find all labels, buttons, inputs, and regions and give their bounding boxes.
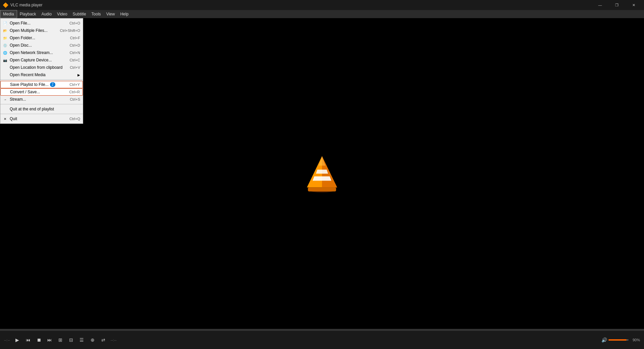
time-remaining: --:-- (111, 338, 117, 342)
save-playlist-icon (3, 82, 8, 87)
open-disc-shortcut: Ctrl+D (70, 43, 80, 47)
titlebar-title: VLC media player (10, 3, 42, 7)
separator-1 (0, 80, 83, 80)
vlc-logo (305, 156, 339, 194)
open-multiple-label: Open Multiple Files... (10, 28, 48, 33)
open-location-label: Open Location from clipboard (10, 65, 62, 70)
save-playlist-shortcut: Ctrl+Y (69, 83, 80, 87)
menu-item-subtitle[interactable]: Subtitle (70, 10, 89, 18)
convert-save-label: Convert / Save... (10, 90, 40, 94)
capture-icon: 📷 (2, 57, 8, 63)
menu-item-video[interactable]: Video (54, 10, 70, 18)
folder-icon: 📁 (2, 35, 8, 41)
prev-button[interactable]: ⏮ (23, 335, 33, 345)
clipboard-icon (2, 65, 8, 70)
menu-item-media[interactable]: Media (0, 10, 17, 18)
submenu-arrow-icon: ▶ (77, 73, 80, 77)
menu-convert-save[interactable]: Convert / Save... Ctrl+R (0, 88, 83, 96)
frame-button[interactable]: ⊞ (56, 335, 65, 345)
menu-stream[interactable]: → Stream... Ctrl+S (0, 96, 83, 103)
stop-button[interactable]: ⏹ (34, 335, 44, 345)
save-playlist-badge: 2 (50, 82, 55, 87)
menu-item-audio[interactable]: Audio (39, 10, 54, 18)
save-playlist-label: Save Playlist to File... (10, 82, 49, 87)
next-button[interactable]: ⏭ (45, 335, 54, 345)
menu-quit-end[interactable]: Quit at the end of playlist (0, 105, 83, 113)
open-network-label: Open Network Stream... (10, 50, 53, 55)
network-icon: 🌐 (2, 50, 8, 55)
stream-icon: → (2, 97, 8, 102)
separator-2 (0, 104, 83, 104)
open-file-shortcut: Ctrl+O (69, 21, 80, 25)
quit-end-label: Quit at the end of playlist (10, 107, 54, 111)
stream-label: Stream... (10, 97, 26, 102)
play-button[interactable]: ▶ (13, 335, 22, 345)
menu-save-playlist[interactable]: Save Playlist to File... 2 Ctrl+Y (0, 81, 83, 88)
menu-open-folder[interactable]: 📁 Open Folder... Ctrl+F (0, 34, 83, 42)
menu-open-location[interactable]: Open Location from clipboard Ctrl+V (0, 64, 83, 71)
menu-item-playback[interactable]: Playback (17, 10, 39, 18)
ext-button[interactable]: ⊕ (88, 335, 97, 345)
open-network-shortcut: Ctrl+N (70, 51, 80, 55)
media-dropdown: 📄 Open File... Ctrl+O 📂 Open Multiple Fi… (0, 18, 83, 124)
menubar: Media Playback Audio Video Subtitle Tool… (0, 10, 644, 18)
menu-item-help[interactable]: Help (117, 10, 131, 18)
volume-fill (608, 339, 627, 341)
open-location-shortcut: Ctrl+V (70, 65, 80, 69)
separator-3 (0, 114, 83, 114)
recent-icon (2, 72, 8, 78)
toggle-button[interactable]: ⊟ (66, 335, 76, 345)
menu-open-capture[interactable]: 📷 Open Capture Device... Ctrl+C (0, 56, 83, 64)
multiple-files-icon: 📂 (2, 28, 8, 33)
minimize-button[interactable]: — (592, 0, 608, 10)
menu-item-view[interactable]: View (104, 10, 118, 18)
menu-open-file[interactable]: 📄 Open File... Ctrl+O (0, 19, 83, 27)
open-folder-label: Open Folder... (10, 36, 35, 40)
quit-end-icon (2, 106, 8, 112)
volume-label: 90% (630, 338, 640, 342)
menu-open-network[interactable]: 🌐 Open Network Stream... Ctrl+N (0, 49, 83, 56)
menu-open-recent[interactable]: Open Recent Media ▶ (0, 71, 83, 79)
volume-area: 🔊 90% (601, 337, 640, 343)
time-elapsed: --:-- (4, 338, 10, 342)
open-multiple-shortcut: Ctrl+Shift+O (60, 29, 80, 33)
open-file-label: Open File... (10, 21, 31, 26)
volume-icon: 🔊 (601, 337, 607, 343)
convert-save-shortcut: Ctrl+R (69, 90, 80, 94)
titlebar: 🔶 VLC media player — ❐ ✕ (0, 0, 644, 10)
file-icon: 📄 (2, 20, 8, 26)
playlist-button[interactable]: ☰ (77, 335, 87, 345)
convert-save-icon (3, 89, 8, 95)
svg-marker-6 (319, 156, 325, 166)
svg-rect-5 (308, 188, 336, 192)
open-recent-label: Open Recent Media (10, 72, 46, 77)
open-disc-label: Open Disc... (10, 43, 32, 48)
progress-bar[interactable] (0, 329, 644, 331)
menu-open-disc[interactable]: 💿 Open Disc... Ctrl+D (0, 42, 83, 49)
volume-slider[interactable] (608, 339, 629, 341)
shuffle-button[interactable]: ⇄ (99, 335, 108, 345)
open-capture-label: Open Capture Device... (10, 58, 52, 62)
playback-controls: --:-- ▶ ⏮ ⏹ ⏭ ⊞ ⊟ ☰ ⊕ ⇄ --:-- 🔊 90% (0, 331, 644, 349)
vlc-icon: 🔶 (3, 2, 8, 8)
menu-quit[interactable]: ✕ Quit Ctrl+Q (0, 115, 83, 122)
stream-shortcut: Ctrl+S (70, 97, 80, 101)
quit-shortcut: Ctrl+Q (69, 117, 80, 121)
menu-item-tools[interactable]: Tools (89, 10, 104, 18)
quit-icon: ✕ (2, 116, 8, 121)
open-folder-shortcut: Ctrl+F (70, 36, 80, 40)
svg-marker-3 (313, 177, 331, 181)
titlebar-controls: — ❐ ✕ (592, 0, 641, 10)
open-capture-shortcut: Ctrl+C (70, 58, 80, 62)
svg-marker-4 (316, 170, 328, 174)
maximize-button[interactable]: ❐ (609, 0, 625, 10)
quit-label: Quit (10, 116, 17, 121)
bottom-controls-bar: --:-- ▶ ⏮ ⏹ ⏭ ⊞ ⊟ ☰ ⊕ ⇄ --:-- 🔊 90% (0, 329, 644, 349)
close-button[interactable]: ✕ (626, 0, 641, 10)
menu-open-multiple[interactable]: 📂 Open Multiple Files... Ctrl+Shift+O (0, 27, 83, 34)
disc-icon: 💿 (2, 43, 8, 48)
